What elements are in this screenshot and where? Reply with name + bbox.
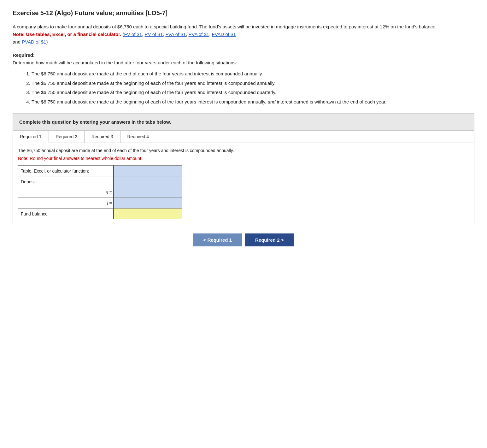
- row3-input-cell: [114, 187, 182, 198]
- link-fv[interactable]: FV of $1: [124, 32, 142, 37]
- row4-eq-cell: i =: [18, 198, 114, 209]
- input-table: Table, Excel, or calculator function: De…: [18, 165, 182, 219]
- tab-description: The $6,750 annual deposit are made at th…: [18, 147, 469, 154]
- link-pva[interactable]: PVA of $1: [189, 32, 209, 37]
- row1-input-cell: [114, 166, 182, 176]
- situation-3: The $6,750 annual deposit are made at th…: [32, 88, 474, 97]
- situation-2: The $6,750 annual deposit are made at th…: [32, 79, 474, 87]
- complete-box: Complete this question by entering your …: [13, 113, 474, 131]
- table-row: Deposit:: [18, 176, 182, 187]
- required-label: Required:: [13, 51, 474, 59]
- tab-note: Note: Round your final answers to neares…: [18, 156, 469, 161]
- situation-4: The $6,750 annual deposit are made at th…: [32, 98, 474, 106]
- prev-button[interactable]: < Required 1: [193, 233, 242, 246]
- link-pvad[interactable]: PVAD of $1: [22, 39, 46, 44]
- row5-label: Fund balance: [18, 209, 114, 219]
- nav-buttons: < Required 1 Required 2 >: [13, 233, 474, 246]
- row4-input[interactable]: [115, 199, 181, 208]
- situations-list: The $6,750 annual deposit are made at th…: [32, 70, 474, 106]
- link-pv[interactable]: PV of $1: [145, 32, 163, 37]
- row5-input[interactable]: [115, 209, 181, 218]
- tabs-container: Required 1 Required 2 Required 3 Require…: [13, 131, 474, 224]
- row2-input-cell: [114, 176, 182, 187]
- required-text: Determine how much will be accumulated i…: [13, 60, 237, 65]
- required-section: Required: Determine how much will be acc…: [13, 51, 474, 106]
- row3-eq-cell: n =: [18, 187, 114, 198]
- intro-text: A company plans to make four annual depo…: [13, 24, 437, 29]
- table-row: Table, Excel, or calculator function:: [18, 166, 182, 176]
- situation-1: The $6,750 annual deposit are made at th…: [32, 70, 474, 78]
- tabs-header: Required 1 Required 2 Required 3 Require…: [13, 131, 474, 143]
- intro-paragraph: A company plans to make four annual depo…: [13, 23, 474, 46]
- tab-required-3[interactable]: Required 3: [85, 131, 120, 143]
- link-fva[interactable]: FVA of $1: [165, 32, 186, 37]
- row1-label: Table, Excel, or calculator function:: [18, 166, 114, 176]
- row4-input-cell: [114, 198, 182, 209]
- table-row: Fund balance: [18, 209, 182, 219]
- table-row: n =: [18, 187, 182, 198]
- table-row: i =: [18, 198, 182, 209]
- row5-input-cell: [114, 209, 182, 219]
- link-fvad[interactable]: FVAD of $1: [212, 32, 236, 37]
- row2-label: Deposit:: [18, 176, 114, 187]
- page-title: Exercise 5-12 (Algo) Future value; annui…: [13, 9, 474, 17]
- tab-required-2[interactable]: Required 2: [49, 131, 85, 143]
- row2-input[interactable]: [115, 177, 181, 186]
- next-button[interactable]: Required 2 >: [245, 233, 294, 246]
- tab-required-4[interactable]: Required 4: [120, 131, 156, 143]
- note-red: Note: Use tables, Excel, or a financial …: [13, 32, 121, 37]
- tab-required-1[interactable]: Required 1: [13, 131, 49, 143]
- row1-input[interactable]: [115, 167, 181, 175]
- tab-content: The $6,750 annual deposit are made at th…: [13, 143, 474, 224]
- row3-input[interactable]: [115, 188, 181, 197]
